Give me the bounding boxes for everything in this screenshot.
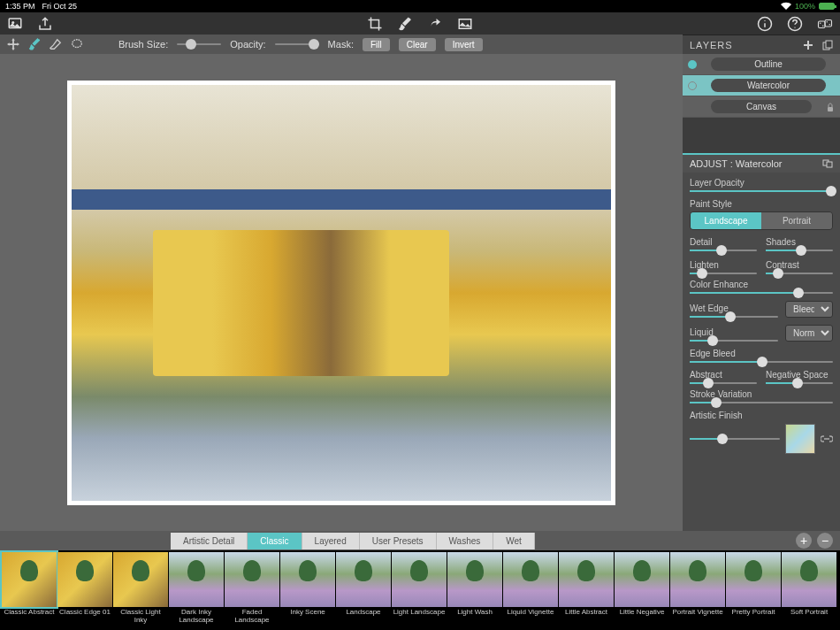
open-image-icon[interactable] (7, 16, 23, 32)
artistic-finish-swatch[interactable] (785, 424, 815, 454)
layer-visibility-dot[interactable] (688, 81, 697, 90)
preset-tab-wet[interactable]: Wet (493, 533, 535, 549)
preset-label: Pretty Portrait (732, 609, 775, 625)
color-enhance-label: Color Enhance (690, 280, 833, 289)
layers-title: LAYERS (690, 40, 733, 50)
preset-tab-artistic-detail[interactable]: Artistic Detail (171, 533, 248, 549)
randomize-icon[interactable] (817, 16, 833, 32)
artistic-finish-slider[interactable] (690, 438, 780, 440)
shades-slider[interactable] (766, 250, 833, 251)
move-tool-icon[interactable] (7, 38, 19, 50)
preset-classic-edge-01[interactable]: Classic Edge 01 (57, 552, 112, 630)
svg-rect-2 (459, 19, 471, 28)
preset-liquid-vignette[interactable]: Liquid Vignette (503, 552, 558, 630)
lasso-tool-icon[interactable] (71, 38, 83, 50)
preset-inky-scene[interactable]: Inky Scene (280, 552, 335, 630)
preset-tab-classic[interactable]: Classic (248, 533, 302, 549)
export-icon[interactable] (37, 16, 53, 32)
color-enhance-slider[interactable] (690, 292, 833, 294)
svg-point-9 (827, 21, 829, 23)
svg-rect-14 (828, 107, 833, 111)
preset-strip[interactable]: Classic AbstractClassic Edge 01Classic L… (0, 550, 840, 630)
liquid-dropdown[interactable]: Normal (785, 325, 833, 342)
mask-label: Mask: (328, 39, 354, 50)
layer-row-outline[interactable]: Outline (683, 54, 840, 75)
lock-icon (826, 103, 835, 111)
crop-icon[interactable] (367, 16, 383, 32)
stroke-variation-label: Stroke Variation (690, 389, 833, 399)
layer-row-watercolor[interactable]: Watercolor (683, 75, 840, 96)
mask-invert-button[interactable]: Invert (445, 38, 483, 51)
opacity-slider[interactable] (275, 43, 319, 45)
portrait-option[interactable]: Portrait (761, 212, 832, 229)
layer-opacity-slider[interactable] (690, 190, 833, 192)
preset-dark-inky-landscape[interactable]: Dark Inky Landscape (169, 552, 224, 630)
image-frame-icon[interactable] (457, 16, 473, 32)
duplicate-layer-icon[interactable] (822, 40, 833, 50)
layer-opacity-label: Layer Opacity (690, 178, 833, 188)
preset-little-negative[interactable]: Little Negative (615, 552, 669, 630)
negative-space-slider[interactable] (766, 382, 833, 384)
abstract-slider[interactable] (690, 382, 757, 384)
layer-visibility-dot[interactable] (688, 103, 697, 111)
layer-row-canvas[interactable]: Canvas (683, 96, 840, 118)
preset-portrait-vignette[interactable]: Portrait Vignette (670, 552, 725, 630)
canvas[interactable] (67, 81, 615, 505)
preset-label: Landscape (346, 609, 380, 625)
edge-bleed-slider[interactable] (690, 361, 833, 363)
adjust-menu-icon[interactable] (822, 158, 833, 169)
lighten-slider[interactable] (690, 273, 757, 274)
battery-pct: 100% (795, 2, 815, 11)
preset-label: Classic Edge 01 (59, 609, 111, 625)
add-preset-button[interactable]: + (796, 533, 812, 549)
detail-slider[interactable] (690, 250, 757, 251)
add-layer-icon[interactable] (803, 40, 813, 50)
mask-clear-button[interactable]: Clear (399, 38, 436, 51)
help-icon[interactable] (787, 16, 803, 32)
preset-light-wash[interactable]: Light Wash (447, 552, 502, 630)
wet-edge-slider[interactable] (690, 316, 778, 318)
preset-area: Artistic DetailClassicLayeredUser Preset… (0, 531, 840, 630)
paint-style-segmented[interactable]: Landscape Portrait (690, 211, 833, 230)
brush-icon[interactable] (397, 16, 413, 32)
preset-thumbnail (726, 552, 781, 607)
layer-visibility-dot[interactable] (688, 60, 697, 69)
liquid-slider[interactable] (690, 340, 778, 342)
landscape-option[interactable]: Landscape (691, 212, 761, 229)
preset-tab-layered[interactable]: Layered (302, 533, 360, 549)
stroke-variation-slider[interactable] (690, 402, 833, 403)
preset-classic-abstract[interactable]: Classic Abstract (2, 552, 57, 630)
status-time: 1:35 PM (5, 2, 35, 11)
preset-little-abstract[interactable]: Little Abstract (559, 552, 614, 630)
svg-point-1 (11, 21, 14, 24)
preset-classic-light-inky[interactable]: Classic Light Inky (113, 552, 168, 630)
main-toolbar (0, 12, 840, 35)
svg-point-8 (822, 25, 824, 27)
battery-icon (819, 3, 835, 10)
eraser-tool-icon[interactable] (50, 38, 62, 50)
preset-pretty-portrait[interactable]: Pretty Portrait (726, 552, 781, 630)
wet-edge-label: Wet Edge (690, 303, 778, 313)
brush-size-slider[interactable] (177, 43, 221, 45)
redo-icon[interactable] (427, 16, 443, 32)
preset-soft-portrait[interactable]: Soft Portrait (782, 552, 836, 630)
layers-header: LAYERS (683, 35, 840, 54)
preset-tab-washes[interactable]: Washes (437, 533, 494, 549)
info-icon[interactable] (757, 16, 773, 32)
bleed-dropdown[interactable]: Bleed (785, 301, 833, 318)
remove-preset-button[interactable]: − (817, 533, 833, 549)
preset-faded-landscape[interactable]: Faded Landscape (225, 552, 279, 630)
status-date: Fri Oct 25 (42, 2, 78, 11)
preset-light-landscape[interactable]: Light Landscape (392, 552, 447, 630)
preset-tab-user-presets[interactable]: User Presets (360, 533, 437, 549)
preset-label: Portrait Vignette (672, 609, 722, 625)
svg-point-11 (73, 40, 82, 48)
preset-label: Little Abstract (565, 609, 607, 625)
preset-label: Soft Portrait (790, 609, 828, 625)
mask-fill-button[interactable]: Fill (363, 38, 390, 51)
brush-tool-icon[interactable] (28, 38, 41, 50)
link-icon[interactable] (821, 434, 833, 443)
contrast-slider[interactable] (766, 273, 833, 274)
status-bar: 1:35 PM Fri Oct 25 100% (0, 0, 840, 12)
preset-landscape[interactable]: Landscape (336, 552, 391, 630)
